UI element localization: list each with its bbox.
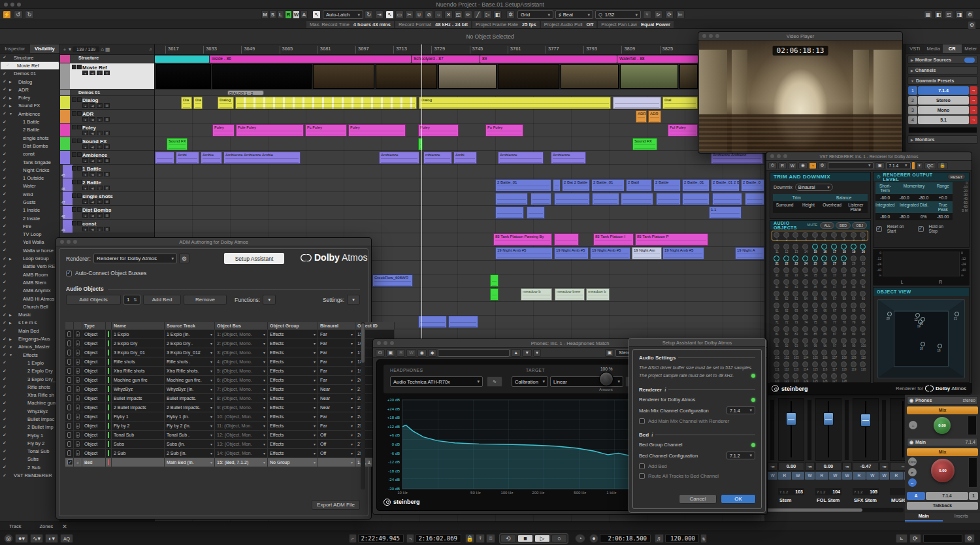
event-sound-fx[interactable]: Sound FX bbox=[632, 138, 657, 150]
visibility-item-effects[interactable]: ✓▼Effects bbox=[0, 351, 59, 359]
visibility-item-2-battle[interactable]: ✓2 Battle bbox=[0, 126, 59, 134]
adm-row-bed[interactable]: ✓eBedMain Bed (In.▾15: (Bed, 7.1.2)▾No G… bbox=[65, 457, 359, 467]
right-locator-icon[interactable]: ¬ bbox=[406, 534, 414, 543]
adm-row-machine-gun-fire[interactable]: eObjectMachine gun fireMachine gun fire.… bbox=[65, 375, 359, 384]
range-selection-tool[interactable]: ▭ bbox=[395, 10, 404, 19]
disclosure-icon[interactable]: ▼ bbox=[9, 353, 14, 357]
mute-button[interactable] bbox=[72, 97, 76, 102]
object-85[interactable]: 85 bbox=[811, 325, 821, 337]
event-2-battle-01[interactable]: 2 Battle_01 bbox=[495, 179, 551, 191]
tempo-display[interactable]: 120.000 bbox=[665, 534, 699, 543]
visibility-item-foley[interactable]: ✓▶Foley bbox=[0, 93, 59, 101]
visibility-item-1-battle[interactable]: ✓1 Battle bbox=[0, 118, 59, 125]
track-control-icon[interactable]: ◀ bbox=[90, 186, 95, 190]
video-track-lane[interactable] bbox=[155, 63, 764, 90]
erase-tool[interactable]: ⊘ bbox=[425, 10, 433, 19]
iterative-quantize-icon[interactable]: ⑂ bbox=[643, 10, 651, 19]
object-bus-cell[interactable]: 6: (Object, Mono.▾ bbox=[215, 375, 268, 384]
amount-knob[interactable] bbox=[599, 372, 613, 386]
punch-out-icon[interactable]: ⍐ bbox=[486, 534, 495, 543]
close-tab-icon[interactable]: ✕ bbox=[62, 523, 67, 530]
color-cell[interactable] bbox=[106, 329, 112, 339]
mute-button[interactable] bbox=[72, 193, 76, 198]
visibility-item-whyzbyz[interactable]: ✓WhyzByz bbox=[0, 407, 59, 415]
object-113[interactable]: 113 bbox=[791, 361, 801, 372]
talkback-button[interactable]: Talkback bbox=[907, 502, 978, 510]
object-52[interactable]: 52 bbox=[782, 290, 792, 302]
object-group-cell[interactable]: Effects▾ bbox=[268, 412, 318, 421]
object-15[interactable]: 15 bbox=[811, 243, 821, 255]
zoom-tool[interactable]: ○ bbox=[434, 10, 443, 19]
object-27[interactable]: 27 bbox=[830, 255, 840, 267]
row-checkbox[interactable] bbox=[65, 430, 74, 439]
name-cell[interactable]: 3 Explo Dry_01 bbox=[112, 348, 165, 357]
automation-a-button[interactable]: A bbox=[301, 10, 308, 19]
automation-w-button[interactable]: W bbox=[293, 10, 300, 19]
tempo-stepper[interactable]: ⇅ bbox=[700, 534, 707, 543]
time-format-icon[interactable]: ● bbox=[589, 534, 598, 543]
object-filter-obj[interactable]: OBJ bbox=[852, 222, 867, 229]
preset-assign-button[interactable]: → bbox=[970, 86, 977, 95]
object-bus-cell[interactable]: 4: (Object, Mono.▾ bbox=[215, 357, 268, 366]
trim-surround[interactable]: Surround bbox=[773, 201, 796, 213]
solo-button[interactable] bbox=[77, 207, 82, 212]
visibility-item-fly-by-2[interactable]: ✓Fly by 2 bbox=[0, 439, 59, 447]
object-108[interactable]: 108 bbox=[840, 349, 849, 361]
event-2-battle-0[interactable]: 2 Battle_0 bbox=[741, 179, 764, 191]
object-2[interactable]: 2 bbox=[782, 231, 792, 243]
track-control-icon[interactable]: ⊠ bbox=[104, 71, 110, 75]
object-70[interactable]: 70 bbox=[858, 302, 868, 314]
object-94[interactable]: 94 bbox=[801, 337, 811, 349]
visibility-item-vst-renderer[interactable]: ✓VST RENDERER bbox=[0, 471, 59, 479]
track-mini-controls[interactable]: ●◀≡⊠ bbox=[82, 144, 110, 149]
color-cell[interactable] bbox=[106, 448, 112, 457]
object-filter-all[interactable]: ALL bbox=[820, 222, 834, 229]
object-group-cell[interactable]: Effects▾ bbox=[268, 439, 318, 448]
track-control-icon[interactable]: ◀ bbox=[90, 144, 95, 149]
event-foley[interactable]: Foley bbox=[212, 124, 235, 137]
mixer-view-icon[interactable]: ▦ bbox=[924, 10, 932, 19]
object-48[interactable]: 48 bbox=[840, 278, 849, 290]
object-39[interactable]: 39 bbox=[849, 267, 859, 278]
visibility-item-structure[interactable]: ✓Structure bbox=[0, 54, 59, 61]
right-tab-meter[interactable]: Meter bbox=[962, 44, 980, 53]
track-mini-controls[interactable]: ●◀≡⊠ bbox=[82, 131, 110, 135]
binaural-cell[interactable]: Far▾ bbox=[318, 421, 355, 430]
read-button[interactable]: R bbox=[890, 472, 903, 480]
downmix-presets-section[interactable]: ▼Downmix Presets bbox=[907, 76, 978, 85]
object-6[interactable]: 6 bbox=[820, 231, 830, 243]
event-2-battle-01-2-b[interactable]: 2 Battle_01 2 B bbox=[711, 179, 740, 191]
cr-subtab-main[interactable]: Main bbox=[905, 512, 943, 521]
knob-mode-icon[interactable]: ◔ bbox=[809, 162, 817, 169]
compare-icon[interactable]: ◉ bbox=[798, 162, 808, 169]
object-64[interactable]: 64 bbox=[801, 302, 811, 314]
tempo-icon[interactable]: ♬ bbox=[655, 534, 664, 543]
visibility-item-s-t-e-m-s[interactable]: ✓▶s t e m s bbox=[0, 319, 59, 327]
adm-row-2-bullet-impacts[interactable]: eObject2 Bullet Impacts2 Bullet Impacts.… bbox=[65, 403, 359, 412]
binaural-cell[interactable]: Far▾ bbox=[318, 366, 355, 375]
undo-icon[interactable]: ↺ bbox=[14, 10, 23, 19]
visibility-item-1-inside[interactable]: ✓1 Inside bbox=[0, 206, 59, 214]
edit-icon[interactable]: e bbox=[76, 423, 80, 429]
metronome-icon[interactable]: ◎ bbox=[4, 534, 13, 543]
snap-type-icon[interactable]: ✲ bbox=[506, 10, 515, 19]
object-24[interactable]: 24 bbox=[801, 255, 811, 267]
visibility-item-2-explo-dry[interactable]: ✓2 Explo Dry bbox=[0, 367, 59, 375]
track-header-1-battle[interactable]: 451 Battle●◀≡⊠ bbox=[60, 165, 154, 178]
mute-button[interactable] bbox=[72, 125, 76, 129]
left-zone-icon[interactable]: ◧ bbox=[934, 10, 943, 19]
mute-button[interactable] bbox=[72, 111, 76, 116]
flag-icon[interactable]: ⊨ bbox=[676, 10, 685, 19]
object-4[interactable]: 4 bbox=[801, 231, 811, 243]
object-bus-cell[interactable]: 7: (Object, Mono.▾ bbox=[215, 384, 268, 393]
object-group-cell[interactable]: Effects▾ bbox=[268, 329, 318, 339]
write-button[interactable]: W bbox=[805, 472, 815, 480]
object-bus-cell[interactable]: 12: (Object, Mon.▾ bbox=[215, 430, 268, 439]
visibility-item-flyby-1[interactable]: ✓Flyby 1 bbox=[0, 431, 59, 439]
row-checkbox[interactable] bbox=[65, 393, 74, 403]
track-control-icon[interactable]: ⊠ bbox=[104, 227, 110, 231]
object-group-cell[interactable]: No Group▾ bbox=[268, 457, 318, 467]
write-button[interactable]: W bbox=[768, 472, 777, 480]
object-96[interactable]: 96 bbox=[820, 337, 830, 349]
renderer-select[interactable]: Renderer for Dolby Atmos▾ bbox=[93, 254, 177, 263]
